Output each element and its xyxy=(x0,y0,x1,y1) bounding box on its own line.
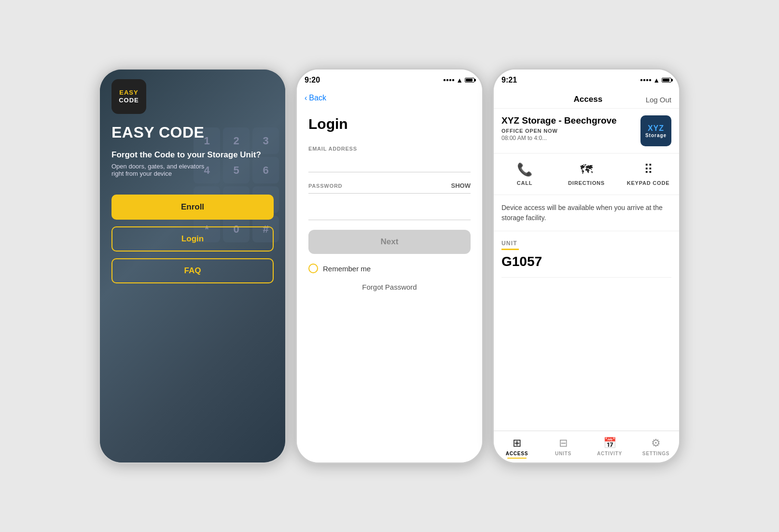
back-button[interactable]: ‹ Back xyxy=(305,94,326,102)
password-field-group: PASSWORD SHOW xyxy=(308,182,471,194)
call-action[interactable]: 📞 CALL xyxy=(494,162,556,186)
home-bar-2 xyxy=(297,462,482,464)
unit-section: UNIT G1057 xyxy=(494,231,679,294)
phone-2-frame: 9:20 ▲ ‹ Back xyxy=(295,68,484,464)
tab-access[interactable]: ⊞ ACCESS xyxy=(494,435,540,461)
unit-label: UNIT xyxy=(501,240,671,247)
phone-2-nav-bar: ‹ Back xyxy=(297,91,482,108)
phone-1-screen: 1 2 3 4 5 6 7 8 9 * 0 # EASY CODE EASY C… xyxy=(100,70,285,462)
access-info-text: Device access will be available when you… xyxy=(494,195,679,231)
email-input[interactable] xyxy=(308,155,471,172)
remember-me-radio[interactable] xyxy=(308,264,318,273)
battery-icon-3 xyxy=(662,78,671,83)
show-password-button[interactable]: SHOW xyxy=(451,182,471,189)
forgot-password-link[interactable]: Forgot Password xyxy=(308,283,471,291)
access-nav-bar: Access Log Out xyxy=(494,91,679,109)
activity-tab-label: ACTIVITY xyxy=(597,451,622,456)
unit-number: G1057 xyxy=(501,254,671,269)
keypad-label: KEYPAD CODE xyxy=(627,180,670,186)
phone-2-time: 9:20 xyxy=(305,76,320,84)
signal-icon xyxy=(444,79,454,81)
facility-hours: 08:00 AM to 4:0... xyxy=(501,135,640,141)
email-label: EMAIL ADDRESS xyxy=(308,146,471,152)
access-tab-indicator xyxy=(507,458,527,459)
wifi-icon: ▲ xyxy=(456,76,463,84)
access-tab-icon: ⊞ xyxy=(513,437,521,449)
email-field-group: EMAIL ADDRESS xyxy=(308,146,471,172)
phone-3-status-bar: 9:21 ▲ xyxy=(494,70,679,91)
access-tab-label: ACCESS xyxy=(506,451,528,456)
keypad-icon: ⠿ xyxy=(644,162,653,177)
tab-bar: ⊞ ACCESS ⊟ UNITS 📅 ACTIVITY ⚙ SETTINGS xyxy=(494,431,679,462)
remember-me-label: Remember me xyxy=(323,265,371,273)
action-row: 📞 CALL 🗺 DIRECTIONS ⠿ KEYPAD CODE xyxy=(494,154,679,195)
back-chevron-icon: ‹ xyxy=(305,94,307,102)
back-label: Back xyxy=(309,94,326,102)
phone-2-status-icons: ▲ xyxy=(444,76,474,84)
phone-3-status-icons: ▲ xyxy=(640,76,671,84)
tab-units[interactable]: ⊟ UNITS xyxy=(540,435,586,461)
signal-icon-3 xyxy=(640,79,651,81)
directions-label: DIRECTIONS xyxy=(568,180,605,186)
directions-icon: 🗺 xyxy=(580,162,593,177)
enroll-button[interactable]: Enroll xyxy=(111,195,274,220)
password-input[interactable] xyxy=(308,203,471,220)
password-label: PASSWORD xyxy=(308,183,342,189)
battery-icon xyxy=(465,78,474,83)
login-title: Login xyxy=(308,116,471,132)
landing-subtitle: Forgot the Code to your Storage Unit? xyxy=(111,150,274,160)
unit-divider xyxy=(501,277,671,278)
logout-button[interactable]: Log Out xyxy=(646,96,671,104)
phone-2-status-bar: 9:20 ▲ xyxy=(297,70,482,91)
easy-code-logo: EASY CODE xyxy=(111,79,146,114)
directions-action[interactable]: 🗺 DIRECTIONS xyxy=(556,162,617,186)
screenshot-container: 1 2 3 4 5 6 7 8 9 * 0 # EASY CODE EASY C… xyxy=(0,0,779,532)
tab-settings[interactable]: ⚙ SETTINGS xyxy=(633,435,679,461)
xyz-logo-bottom: Storage xyxy=(645,133,667,138)
phone-1-frame: 1 2 3 4 5 6 7 8 9 * 0 # EASY CODE EASY C… xyxy=(98,68,287,464)
home-bar-3 xyxy=(494,462,679,464)
xyz-logo-top: XYZ xyxy=(648,124,664,133)
settings-tab-icon: ⚙ xyxy=(651,437,661,449)
facility-info: XYZ Storage - Beechgrove OFFICE OPEN NOW… xyxy=(501,115,640,141)
unit-underline-decoration xyxy=(501,249,519,250)
phone-3-screen: 9:21 ▲ Access Log Ou xyxy=(494,70,679,462)
units-tab-label: UNITS xyxy=(555,451,571,456)
units-tab-icon: ⊟ xyxy=(559,437,568,449)
app-title: EASY CODE xyxy=(111,124,274,141)
logo-code-text: CODE xyxy=(119,97,139,104)
keypad-action[interactable]: ⠿ KEYPAD CODE xyxy=(617,162,679,186)
home-bar-1 xyxy=(100,462,285,464)
login-content: Login EMAIL ADDRESS PASSWORD SHOW Next R… xyxy=(297,108,482,462)
next-button[interactable]: Next xyxy=(308,230,471,254)
tab-activity[interactable]: 📅 ACTIVITY xyxy=(586,435,633,461)
phone-3-frame: 9:21 ▲ Access Log Ou xyxy=(492,68,681,464)
landing-description: Open doors, gates, and elevators right f… xyxy=(111,163,208,177)
call-icon: 📞 xyxy=(517,162,532,177)
phone-2-screen: 9:20 ▲ ‹ Back xyxy=(297,70,482,462)
activity-tab-icon: 📅 xyxy=(603,437,616,449)
phone-3-time: 9:21 xyxy=(501,76,517,84)
wifi-icon-3: ▲ xyxy=(653,76,660,84)
call-label: CALL xyxy=(517,180,533,186)
faq-button[interactable]: FAQ xyxy=(111,258,274,283)
xyz-storage-logo: XYZ Storage xyxy=(640,115,671,146)
facility-status: OFFICE OPEN NOW xyxy=(501,128,640,134)
logo-easy-text: EASY xyxy=(119,89,138,96)
facility-header: XYZ Storage - Beechgrove OFFICE OPEN NOW… xyxy=(494,109,679,154)
remember-me-row: Remember me xyxy=(308,264,471,273)
access-nav-title: Access xyxy=(574,95,603,104)
login-button[interactable]: Login xyxy=(111,226,274,252)
settings-tab-label: SETTINGS xyxy=(642,451,669,456)
facility-name: XYZ Storage - Beechgrove xyxy=(501,115,640,126)
phone-1-content: EASY CODE EASY CODE Forgot the Code to y… xyxy=(100,70,285,462)
